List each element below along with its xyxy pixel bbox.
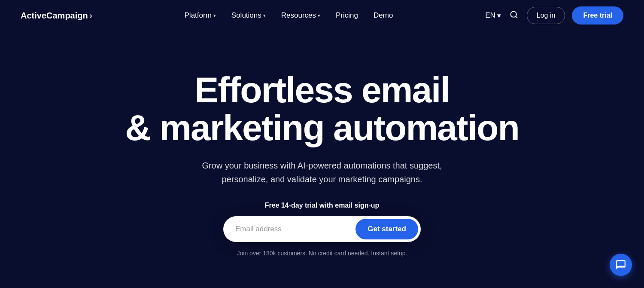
chat-icon xyxy=(615,259,626,270)
hero-subtitle: Grow your business with AI-powered autom… xyxy=(189,159,455,186)
lang-chevron-icon: ▾ xyxy=(497,11,501,20)
free-trial-button[interactable]: Free trial xyxy=(572,6,623,25)
logo-text: ActiveCampaign xyxy=(21,11,88,21)
svg-line-1 xyxy=(516,16,517,18)
nav-demo[interactable]: Demo xyxy=(368,8,399,23)
get-started-button[interactable]: Get started xyxy=(355,219,418,239)
nav-solutions-label: Solutions xyxy=(231,11,261,20)
platform-chevron-icon: ▾ xyxy=(213,13,216,18)
hero-title: Effortless email & marketing automation xyxy=(125,71,519,147)
nav-resources-label: Resources xyxy=(281,11,316,20)
lang-label: EN xyxy=(485,11,495,20)
email-form: Get started xyxy=(223,216,421,242)
nav-links: Platform ▾ Solutions ▾ Resources ▾ Prici… xyxy=(92,8,485,23)
resources-chevron-icon: ▾ xyxy=(318,13,320,18)
solutions-chevron-icon: ▾ xyxy=(263,13,266,18)
hero-title-line1: Effortless email xyxy=(194,70,450,110)
nav-platform-label: Platform xyxy=(185,11,212,20)
hero-trial-label: Free 14-day trial with email sign-up xyxy=(265,202,380,209)
nav-pricing-label: Pricing xyxy=(336,11,358,20)
login-button[interactable]: Log in xyxy=(527,7,565,24)
chat-bubble-button[interactable] xyxy=(610,254,632,276)
email-input[interactable] xyxy=(235,225,355,233)
nav-resources[interactable]: Resources ▾ xyxy=(275,8,326,23)
language-selector[interactable]: EN ▾ xyxy=(485,11,501,20)
nav-platform[interactable]: Platform ▾ xyxy=(179,8,222,23)
search-icon[interactable] xyxy=(508,9,520,23)
nav-demo-label: Demo xyxy=(374,11,393,20)
logo[interactable]: ActiveCampaign › xyxy=(21,11,92,21)
hero-section: Effortless email & marketing automation … xyxy=(0,31,644,288)
navbar: ActiveCampaign › Platform ▾ Solutions ▾ … xyxy=(0,0,644,31)
nav-solutions[interactable]: Solutions ▾ xyxy=(225,8,272,23)
hero-footnote: Join over 180k customers. No credit card… xyxy=(237,250,407,257)
hero-title-line2: & marketing automation xyxy=(125,107,519,148)
nav-pricing[interactable]: Pricing xyxy=(330,8,364,23)
nav-right: EN ▾ Log in Free trial xyxy=(485,6,623,25)
